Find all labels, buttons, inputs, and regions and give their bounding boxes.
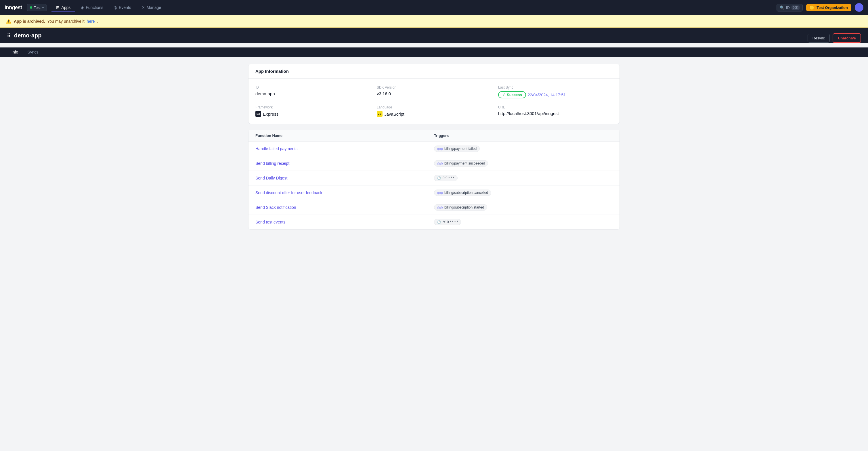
unarchive-button[interactable]: Unarchive bbox=[833, 33, 861, 43]
nav-item-apps[interactable]: ⊞ Apps bbox=[52, 3, 75, 11]
app-info-header: App Information bbox=[248, 64, 620, 79]
trigger-cell: ◎◎ billing/payment.succeeded bbox=[434, 160, 613, 167]
cron-label: 0 9 * * * bbox=[443, 176, 455, 180]
sdk-value: v3.16.0 bbox=[377, 91, 491, 96]
trigger-cell: 🕐 0 9 * * * bbox=[434, 175, 613, 181]
event-icon: ◎◎ bbox=[437, 162, 443, 166]
trigger-label: billing/payment.failed bbox=[444, 147, 476, 151]
trigger-badge: ◎◎ billing/subscription.started bbox=[434, 204, 487, 211]
url-label: URL bbox=[498, 105, 613, 109]
last-sync-label: Last Sync bbox=[498, 85, 613, 89]
event-icon: ◎◎ bbox=[437, 206, 443, 209]
top-navigation: inngest Test ▾ ⊞ Apps ◈ Functions ◎ Even… bbox=[0, 0, 868, 15]
tab-info[interactable]: Info bbox=[7, 48, 23, 57]
app-tabs-container: Info Syncs bbox=[0, 48, 868, 57]
function-name[interactable]: Send Daily Digest bbox=[255, 176, 434, 180]
function-name[interactable]: Send test events bbox=[255, 220, 434, 224]
functions-table-card: Function Name Triggers Handle failed pay… bbox=[248, 130, 620, 230]
trigger-cell: ◎◎ billing/subscription.started bbox=[434, 204, 613, 211]
info-id-field: ID demo-app bbox=[255, 85, 370, 98]
chevron-down-icon: ▾ bbox=[42, 6, 44, 9]
nav-items: ⊞ Apps ◈ Functions ◎ Events ✕ Manage bbox=[52, 3, 774, 11]
nav-item-manage[interactable]: ✕ Manage bbox=[137, 3, 166, 11]
unarchive-link[interactable]: here bbox=[87, 19, 95, 24]
event-icon: ◎◎ bbox=[437, 147, 443, 151]
table-row: Handle failed payments ◎◎ billing/paymen… bbox=[248, 142, 620, 156]
last-sync-value: ✓ Success 22/04/2024, 14:17:51 bbox=[498, 91, 613, 98]
check-icon: ✓ bbox=[502, 93, 505, 97]
environment-selector[interactable]: Test ▾ bbox=[27, 4, 47, 11]
success-badge: ✓ Success bbox=[498, 91, 526, 98]
trigger-label: billing/payment.succeeded bbox=[444, 161, 485, 166]
app-info-title: App Information bbox=[255, 69, 289, 73]
app-tabs: Info Syncs bbox=[7, 48, 861, 57]
language-label: Language bbox=[377, 105, 491, 109]
cron-badge: 🕐 */10 * * * * bbox=[434, 219, 461, 225]
express-icon: EX bbox=[255, 111, 261, 117]
app-grid-icon: ⠿ bbox=[7, 32, 11, 39]
col-function-name: Function Name bbox=[255, 133, 434, 138]
sdk-label: SDK Version bbox=[377, 85, 491, 89]
function-name[interactable]: Send discount offer for user feedback bbox=[255, 190, 434, 195]
framework-label: Framework bbox=[255, 105, 370, 109]
info-url-field: URL http://localhost:3001/api/inngest bbox=[498, 105, 613, 117]
function-name[interactable]: Send billing receipt bbox=[255, 161, 434, 166]
id-label: ID bbox=[255, 85, 370, 89]
archive-banner: ⚠️ App is archived. You may unarchive it… bbox=[0, 15, 868, 28]
trigger-cell: ◎◎ billing/payment.failed bbox=[434, 146, 613, 152]
table-row: Send discount offer for user feedback ◎◎… bbox=[248, 185, 620, 200]
language-value: JS JavaScript bbox=[377, 111, 491, 117]
functions-icon: ◈ bbox=[81, 5, 84, 10]
manage-icon: ✕ bbox=[142, 5, 145, 10]
tab-syncs[interactable]: Syncs bbox=[23, 48, 43, 57]
nav-right: 🔍 ID ⌘K 🟡 Test Organization bbox=[777, 3, 863, 12]
table-row: Send Slack notification ◎◎ billing/subsc… bbox=[248, 200, 620, 215]
app-header-left: ⠿ demo-app bbox=[7, 32, 808, 39]
app-header-actions: Resync Unarchive bbox=[808, 32, 861, 43]
brand-logo: inngest bbox=[5, 5, 22, 11]
clock-icon: 🕐 bbox=[437, 176, 441, 180]
search-button[interactable]: 🔍 ID ⌘K bbox=[777, 4, 803, 11]
function-name[interactable]: Send Slack notification bbox=[255, 205, 434, 210]
search-icon: 🔍 bbox=[780, 5, 784, 10]
trigger-label: billing/subscription.started bbox=[444, 205, 484, 209]
warning-icon: ⚠️ bbox=[6, 19, 11, 24]
org-selector[interactable]: 🟡 Test Organization bbox=[806, 4, 851, 11]
trigger-label: billing/subscription.cancelled bbox=[444, 191, 488, 195]
col-triggers: Triggers bbox=[434, 133, 613, 138]
functions-table-header: Function Name Triggers bbox=[248, 130, 620, 142]
trigger-cell: 🕐 */10 * * * * bbox=[434, 219, 613, 225]
functions-rows: Handle failed payments ◎◎ billing/paymen… bbox=[248, 142, 620, 229]
id-value: demo-app bbox=[255, 91, 370, 96]
url-value: http://localhost:3001/api/inngest bbox=[498, 111, 613, 116]
table-row: Send Daily Digest 🕐 0 9 * * * bbox=[248, 171, 620, 185]
trigger-badge: ◎◎ billing/payment.succeeded bbox=[434, 160, 488, 167]
env-status-dot bbox=[30, 6, 32, 9]
app-header: ⠿ demo-app Resync Unarchive bbox=[0, 28, 868, 43]
app-info-card: App Information ID demo-app SDK Version … bbox=[248, 64, 620, 124]
env-name: Test bbox=[34, 5, 41, 10]
trigger-badge: ◎◎ billing/payment.failed bbox=[434, 146, 480, 152]
event-icon: ◎◎ bbox=[437, 191, 443, 195]
apps-icon: ⊞ bbox=[56, 5, 60, 10]
nav-item-events[interactable]: ◎ Events bbox=[109, 3, 136, 11]
function-name[interactable]: Handle failed payments bbox=[255, 146, 434, 151]
resync-button[interactable]: Resync bbox=[808, 34, 830, 42]
cron-badge: 🕐 0 9 * * * bbox=[434, 175, 458, 181]
info-language-field: Language JS JavaScript bbox=[377, 105, 491, 117]
table-row: Send test events 🕐 */10 * * * * bbox=[248, 215, 620, 229]
info-framework-field: Framework EX Express bbox=[255, 105, 370, 117]
cron-label: */10 * * * * bbox=[443, 220, 458, 224]
trigger-cell: ◎◎ billing/subscription.cancelled bbox=[434, 189, 613, 196]
app-info-grid: ID demo-app SDK Version v3.16.0 Last Syn… bbox=[248, 79, 620, 124]
last-sync-date: 22/04/2024, 14:17:51 bbox=[528, 93, 566, 97]
user-avatar[interactable] bbox=[855, 3, 863, 12]
info-last-sync-field: Last Sync ✓ Success 22/04/2024, 14:17:51 bbox=[498, 85, 613, 98]
keyboard-shortcut: ⌘K bbox=[792, 5, 800, 10]
javascript-icon: JS bbox=[377, 111, 382, 117]
framework-value: EX Express bbox=[255, 111, 370, 117]
app-name: demo-app bbox=[14, 32, 42, 39]
events-icon: ◎ bbox=[114, 5, 117, 10]
trigger-badge: ◎◎ billing/subscription.cancelled bbox=[434, 189, 491, 196]
nav-item-functions[interactable]: ◈ Functions bbox=[76, 3, 108, 11]
